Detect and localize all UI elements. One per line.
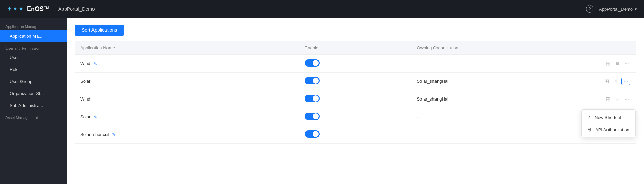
applications-table: Application Name Enable Owning Organizat… [75,41,636,144]
sidebar-item-label: Role [10,67,19,72]
topnav-right: ? AppPortal_Demo ▾ [586,5,637,13]
more-options-icon[interactable]: ··· [623,59,630,68]
list-view-icon[interactable]: ≡ [613,77,619,86]
row-actions: ⊞ ≡ ··· [585,77,630,86]
user-label: AppPortal_Demo [599,6,633,12]
sidebar-section-app-mgmt: Application Managem... [0,21,67,30]
org-cell: - [411,108,579,126]
sidebar-item-label: User Group [10,79,32,84]
enable-toggle[interactable] [305,113,320,120]
layout: Application Managem... Application Ma...… [0,18,644,184]
sidebar-item-label: Application Ma... [10,34,42,39]
sidebar-item-user-group[interactable]: User Group [0,76,67,88]
table-row: Solar ✎ - ⊞ ≡ ··· [75,108,636,126]
org-cell: - [411,126,579,144]
sidebar-item-user[interactable]: User [0,52,67,64]
enable-toggle[interactable] [305,77,320,84]
toolbar: Sort Applications [75,25,636,36]
user-menu[interactable]: AppPortal_Demo ▾ [599,6,637,12]
table-row: Wind ✎ - ⊞ ≡ ··· [75,55,636,73]
logo-text: EnOS™ [27,5,50,13]
shortcut-icon: ↗ [587,115,591,120]
topnav-appname: AppPortal_Demo [58,6,95,12]
app-name-text: Solar [80,79,90,84]
enable-cell [299,73,412,90]
main-content: Sort Applications Application Name Enabl… [67,18,644,184]
logo-dots: ✦✦✦ [7,5,24,13]
topnav: ✦✦✦ EnOS™ AppPortal_Demo ? AppPortal_Dem… [0,0,644,18]
col-header-name: Application Name [75,41,299,55]
chevron-down-icon: ▾ [635,6,637,12]
more-options-dropdown: ↗ New Shortcut ⛨ API Authorization [581,109,636,137]
more-options-icon[interactable]: ··· [623,95,630,104]
app-name-text: Wind [80,96,90,102]
sidebar-item-sub-admin[interactable]: Sub Administra... [0,100,67,111]
app-name-cell: Solar_shortcut ✎ [75,126,299,144]
app-name-cell: Solar ✎ [75,108,299,126]
sidebar-section-user-permission: User and Permission [0,42,67,52]
table-row: Solar Solar_shangHai ⊞ ≡ ··· [75,73,636,90]
edit-icon[interactable]: ✎ [112,132,115,137]
actions-cell: ⊞ ≡ ··· [580,90,636,108]
new-shortcut-label: New Shortcut [595,115,621,120]
logo-divider [54,5,54,13]
sort-applications-button[interactable]: Sort Applications [75,25,124,36]
org-cell: - [411,55,579,73]
enable-cell [299,126,412,144]
app-name-cell: Wind ✎ [75,55,299,73]
list-view-icon[interactable]: ≡ [614,95,620,104]
sidebar-item-label: User [10,55,19,60]
table-body: Wind ✎ - ⊞ ≡ ··· [75,55,636,144]
new-shortcut-menu-item[interactable]: ↗ New Shortcut [582,111,635,123]
table-row: Wind Solar_shangHai ⊞ ≡ ··· [75,90,636,108]
sidebar-item-label: Sub Administra... [10,103,43,108]
shield-icon: ⛨ [587,127,592,132]
grid-view-icon[interactable]: ⊞ [604,94,612,104]
sidebar-item-app-management[interactable]: Application Ma... [0,30,67,42]
sidebar-item-role[interactable]: Role [0,64,67,76]
app-name-text: Solar [80,114,90,119]
enable-toggle[interactable] [305,95,320,102]
enable-cell [299,90,412,108]
sidebar-section-asset: Asset Management [0,111,67,121]
more-options-icon[interactable]: ··· [621,78,630,85]
col-header-enable: Enable [299,41,412,55]
app-name-text: Solar_shortcut [80,132,109,137]
topnav-left: ✦✦✦ EnOS™ AppPortal_Demo [7,5,95,13]
col-header-actions [580,41,636,55]
actions-cell: ⊞ ≡ ··· [580,73,636,90]
grid-view-icon[interactable]: ⊞ [603,77,610,86]
enable-cell [299,108,412,126]
sidebar-item-label: Organization St... [10,91,44,96]
sidebar-item-org-structure[interactable]: Organization St... [0,88,67,100]
row-actions: ⊞ ≡ ··· [585,59,630,68]
enable-toggle[interactable] [305,59,320,67]
edit-icon[interactable]: ✎ [94,61,97,66]
app-name-cell: Solar [75,73,299,90]
help-icon[interactable]: ? [586,5,593,13]
api-authorization-menu-item[interactable]: ⛨ API Authorization [582,123,635,136]
col-header-org: Owning Organization [411,41,579,55]
api-auth-label: API Authorization [595,127,629,132]
row-actions: ⊞ ≡ ··· [585,94,630,104]
list-view-icon[interactable]: ≡ [614,59,620,68]
enable-toggle[interactable] [305,130,320,138]
app-name-text: Wind [80,61,90,66]
org-cell: Solar_shangHai [411,90,579,108]
enable-cell [299,55,412,73]
app-name-cell: Wind [75,90,299,108]
grid-view-icon[interactable]: ⊞ [604,59,612,68]
sidebar: Application Managem... Application Ma...… [0,18,67,184]
table-header: Application Name Enable Owning Organizat… [75,41,636,55]
edit-icon[interactable]: ✎ [94,115,97,119]
logo: ✦✦✦ EnOS™ [7,5,50,13]
org-cell: Solar_shangHai [411,73,579,90]
table-row: Solar_shortcut ✎ - ⊞ ≡ ··· [75,126,636,144]
actions-cell: ⊞ ≡ ··· [580,55,636,73]
